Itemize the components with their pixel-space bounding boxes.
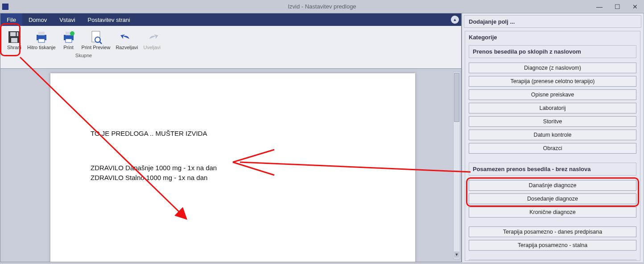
- doc-line-1: TO JE PREDLOGA .. MUŠTER IZVIDA: [91, 129, 375, 139]
- ribbon-collapse[interactable]: [449, 13, 461, 26]
- floppy-icon: [7, 29, 22, 45]
- redo-button[interactable]: Uveljavi: [142, 29, 163, 51]
- redo-label: Uveljavi: [144, 45, 161, 50]
- svg-rect-3: [16, 32, 17, 36]
- side-panel-title: Dodajanje polj ...: [464, 15, 641, 28]
- doc-line-2: ZDRAVILO Današnje 1000 mg - 1x na dan: [91, 163, 375, 173]
- ribbon-body: Shrani Hitro tiskanje Prin: [0, 26, 461, 68]
- svg-rect-1: [10, 32, 18, 36]
- doc-line-3: ZDRAVILO Stalno 1000 mg - 1x na dan: [91, 173, 375, 183]
- field-dosedanje-diagnoze[interactable]: Dosedanje diagnoze: [469, 193, 636, 204]
- categories-title: Kategorije: [465, 31, 640, 43]
- window-maximize[interactable]: ☐: [608, 0, 626, 13]
- undo-button[interactable]: Razveljavi: [114, 29, 140, 51]
- svg-rect-5: [38, 32, 45, 35]
- redo-icon: [144, 29, 160, 45]
- undo-label: Razveljavi: [116, 45, 138, 50]
- print-preview-label: Print Preview: [82, 45, 111, 50]
- tab-file[interactable]: File: [0, 13, 22, 26]
- print-label: Print: [63, 45, 74, 50]
- field-terapija-danes[interactable]: Terapija posamezno - danes predpisana: [469, 226, 636, 237]
- quick-print-icon: [34, 29, 49, 45]
- app-icon: [0, 0, 11, 13]
- field-kronicne-diagnoze[interactable]: Kronične diagnoze: [469, 207, 636, 218]
- group1-title: Prenos besedila po sklopih z naslovom: [469, 45, 636, 58]
- print-icon: [61, 29, 76, 45]
- document-page[interactable]: TO JE PREDLOGA .. MUŠTER IZVIDA ZDRAVILO…: [50, 73, 415, 262]
- undo-icon: [119, 29, 134, 45]
- tab-home[interactable]: Domov: [22, 13, 53, 26]
- field-obrazci[interactable]: Obrazci: [469, 143, 636, 154]
- window-minimize[interactable]: —: [590, 0, 608, 13]
- field-storitve[interactable]: Storitve: [469, 116, 636, 127]
- print-preview-button[interactable]: Print Preview: [80, 29, 112, 51]
- svg-rect-2: [11, 38, 17, 42]
- window-close[interactable]: ✕: [626, 0, 644, 13]
- save-button[interactable]: Shrani: [5, 29, 24, 51]
- group3-title: Pogled: [469, 260, 636, 261]
- categories-section: Kategorije Prenos besedila po sklopih z …: [465, 31, 640, 261]
- scroll-thumb[interactable]: [454, 73, 459, 122]
- quickprint-button[interactable]: Hitro tiskanje: [25, 29, 58, 51]
- field-danasnje-diagnoze[interactable]: Današnje diagnoze: [469, 180, 636, 191]
- save-label: Shrani: [7, 45, 21, 50]
- field-datum-kontrole[interactable]: Datum kontrole: [469, 130, 636, 140]
- quickprint-label: Hitro tiskanje: [27, 45, 56, 50]
- print-preview-icon: [88, 29, 103, 45]
- field-terapija-celotna[interactable]: Terapija (prenese celotno terapijo): [469, 76, 636, 87]
- group2-title: Posamezen prenos besedila - brez naslova: [469, 163, 636, 176]
- document-area: TO JE PREDLOGA .. MUŠTER IZVIDA ZDRAVILO…: [0, 69, 462, 262]
- print-button[interactable]: Print: [59, 29, 78, 51]
- field-terapija-stalna[interactable]: Terapija posamezno - stalna: [469, 240, 636, 251]
- field-opisne-preiskave[interactable]: Opisne preiskave: [469, 89, 636, 100]
- window-controls: — ☐ ✕: [590, 0, 644, 13]
- svg-point-10: [70, 31, 74, 36]
- ribbon: File Domov Vstavi Postavitev strani Shra…: [0, 13, 462, 69]
- vertical-scrollbar[interactable]: ▲ ▼: [453, 71, 460, 259]
- tab-insert[interactable]: Vstavi: [53, 13, 81, 26]
- ribbon-tabs: File Domov Vstavi Postavitev strani: [0, 13, 461, 26]
- tab-layout[interactable]: Postavitev strani: [82, 13, 136, 26]
- field-laboratorij[interactable]: Laboratorij: [469, 103, 636, 113]
- window-titlebar: Izvid - Nastavitev predloge — ☐ ✕: [0, 0, 644, 13]
- svg-rect-11: [92, 31, 100, 42]
- window-title: Izvid - Nastavitev predloge: [288, 3, 356, 10]
- field-diagnoze-z-naslovom[interactable]: Diagnoze (z naslovom): [469, 63, 636, 73]
- svg-line-13: [99, 42, 102, 44]
- svg-rect-6: [38, 39, 45, 42]
- scroll-down-icon[interactable]: ▼: [454, 251, 459, 258]
- ribbon-group-label: Skupne: [75, 53, 92, 58]
- side-panel: Dodajanje polj ... Kategorije Prenos bes…: [462, 13, 643, 262]
- svg-rect-9: [66, 39, 72, 42]
